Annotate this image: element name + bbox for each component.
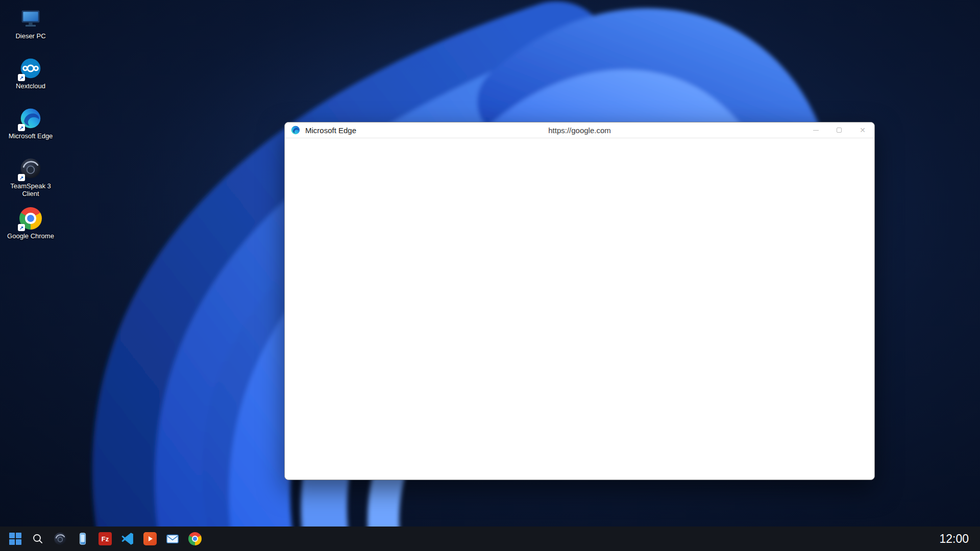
search-icon: [32, 533, 43, 544]
this-pc-icon: [19, 7, 42, 30]
desktop-icon-nextcloud[interactable]: ↗ Nextcloud: [6, 57, 55, 90]
window-url-text: https://google.com: [548, 126, 611, 135]
shortcut-arrow-icon: ↗: [18, 174, 25, 181]
desktop-icon-label: Nextcloud: [16, 83, 45, 90]
window-titlebar[interactable]: Microsoft Edge https://google.com ✕: [285, 122, 874, 138]
edge-icon: ↗: [19, 107, 42, 130]
shortcut-arrow-icon: ↗: [18, 124, 25, 131]
taskbar-filezilla-button[interactable]: Fz: [98, 532, 112, 546]
desktop-icon-label: Microsoft Edge: [9, 133, 53, 140]
close-button[interactable]: ✕: [851, 122, 874, 138]
edge-window: Microsoft Edge https://google.com ✕: [284, 122, 875, 480]
maximize-button[interactable]: [827, 122, 851, 138]
taskbar-mail-button[interactable]: [165, 532, 180, 546]
desktop-icon-label: Dieser PC: [15, 33, 45, 40]
taskbar-clock[interactable]: 12:00: [939, 532, 969, 546]
nextcloud-icon: ↗: [19, 57, 42, 80]
shortcut-arrow-icon: ↗: [18, 74, 25, 81]
maximize-icon: [837, 128, 842, 133]
desktop-icon-teamspeak[interactable]: ↗ TeamSpeak 3 Client: [6, 157, 55, 198]
edge-icon: [291, 126, 300, 135]
desktop-icon-dieser-pc[interactable]: Dieser PC: [6, 7, 55, 40]
close-icon: ✕: [860, 127, 866, 134]
desktop-icon-label: TeamSpeak 3 Client: [6, 183, 55, 198]
search-button[interactable]: [31, 532, 45, 546]
taskbar-phone-button[interactable]: [76, 532, 90, 546]
taskbar-teamspeak-button[interactable]: [53, 532, 67, 546]
desktop-icon-google-chrome[interactable]: ↗ Google Chrome: [6, 207, 55, 240]
phone-icon: [76, 532, 89, 545]
minimize-icon: [813, 130, 819, 131]
teamspeak-icon: [54, 532, 67, 545]
shortcut-arrow-icon: ↗: [18, 224, 25, 231]
desktop-icon-microsoft-edge[interactable]: ↗ Microsoft Edge: [6, 107, 55, 140]
media-app-icon: [143, 532, 157, 545]
taskbar: Fz 12:00: [0, 527, 980, 551]
filezilla-icon: Fz: [99, 532, 112, 545]
chrome-icon: [188, 532, 202, 545]
teamspeak-icon: ↗: [19, 157, 42, 180]
taskbar-media-app-button[interactable]: [143, 532, 157, 546]
vscode-icon: [121, 532, 134, 545]
taskbar-chrome-button[interactable]: [188, 532, 202, 546]
start-button[interactable]: [8, 532, 22, 546]
window-title: Microsoft Edge: [305, 126, 356, 135]
chrome-icon: ↗: [19, 207, 42, 230]
mail-icon: [166, 532, 179, 545]
desktop-icon-label: Google Chrome: [7, 233, 54, 240]
browser-content-area: [285, 138, 874, 479]
start-icon: [9, 533, 21, 545]
taskbar-vscode-button[interactable]: [120, 532, 135, 546]
minimize-button[interactable]: [804, 122, 827, 138]
